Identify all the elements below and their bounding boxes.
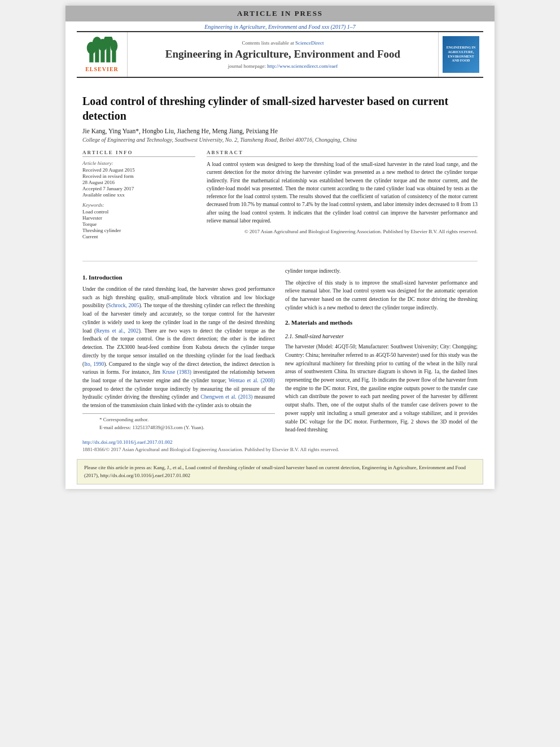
section2-sub1-title: 2.1. Small-sized harvester [285, 332, 478, 341]
homepage-url[interactable]: http://www.sciencedirect.com/eaef [267, 63, 338, 69]
accepted-line: Accepted 7 January 2017 [82, 186, 195, 191]
section1-objective: The objective of this study is to improv… [285, 279, 478, 312]
corresponding-note: * Corresponding author. [99, 416, 258, 424]
section1-cont: cylinder torque indirectly. [285, 267, 478, 276]
abstract-paragraph: A load control system was designed to ke… [207, 160, 478, 225]
footnote-area: * Corresponding author. E-mail address: … [82, 413, 275, 435]
authors-line: Jie Kang, Ying Yuan*, Hongbo Liu, Jiache… [82, 128, 478, 134]
journal-homepage: journal homepage: http://www.sciencedire… [228, 63, 338, 69]
journal-ref-text: Engineering in Agriculture, Environment … [204, 24, 356, 30]
citation-text: Please cite this article in press as: Ka… [84, 465, 466, 478]
svg-rect-4 [112, 51, 116, 62]
journal-reference: Engineering in Agriculture, Environment … [65, 21, 495, 31]
article-in-press-banner: ARTICLE IN PRESS [65, 6, 495, 21]
issn-line: 1881-8366/© 2017 Asian Agricultural and … [65, 447, 495, 455]
keyword-2: Harvester [82, 215, 195, 221]
body-column-right: cylinder torque indirectly. The objectiv… [285, 267, 478, 438]
received-revised2-line: 28 August 2016 [82, 180, 195, 185]
affiliation: College of Engineering and Technology, S… [82, 137, 478, 143]
article-info-heading: ARTICLE INFO [82, 150, 195, 157]
ref-schrock[interactable]: Schrock, 2005 [108, 303, 139, 308]
elsevier-tree-icon [85, 37, 119, 65]
content-divider [82, 261, 478, 261]
keyword-5: Current [82, 234, 195, 239]
journal-center-info: Contents lists available at ScienceDirec… [128, 32, 438, 77]
authors-text: Jie Kang, Ying Yuan*, Hongbo Liu, Jiache… [82, 128, 278, 134]
email-line: E-mail address: 13251374839@163.com (Y. … [99, 424, 258, 432]
svg-rect-2 [100, 50, 104, 63]
received-revised-line: Received in revised form [82, 173, 195, 179]
elsevier-logo-section: ELSEVIER [77, 32, 128, 77]
sciencedirect-label: Contents lists available at [242, 40, 294, 46]
section1-para1: Under the condition of the rated threshi… [82, 285, 275, 410]
abstract-column: ABSTRACT A load control system was desig… [207, 150, 478, 244]
ref-wentao[interactable]: Wentao et al. (2008) [229, 378, 275, 383]
ref-kruse[interactable]: Kruse (1983) [162, 369, 191, 375]
doi-url[interactable]: http://dx.doi.org/10.1016/j.eaef.2017.01… [82, 439, 173, 445]
elsevier-label: ELSEVIER [85, 66, 119, 72]
received-line: Received 20 August 2015 [82, 167, 195, 173]
abstract-text: A load control system was designed to ke… [207, 160, 478, 236]
doi-line: http://dx.doi.org/10.1016/j.eaef.2017.01… [65, 438, 495, 447]
journal-logo-box: ENGINEERING IN AGRICULTURE, ENVIRONMENT … [443, 36, 479, 73]
journal-logo-right: ENGINEERING IN AGRICULTURE, ENVIRONMENT … [438, 32, 483, 77]
section2-para1: The harvester (Model: 4GQT-50; Manufactu… [285, 343, 478, 434]
page: ARTICLE IN PRESS Engineering in Agricult… [65, 6, 495, 489]
citation-bar: Please cite this article in press as: Ka… [77, 459, 483, 484]
keywords-group: Keywords: Load control Harvester Torque … [82, 202, 195, 239]
copyright-line: © 2017 Asian Agricultural and Biological… [207, 228, 478, 236]
elsevier-logo: ELSEVIER [85, 37, 119, 72]
article-info-column: ARTICLE INFO Article history: Received 2… [82, 150, 195, 244]
body-column-left: 1. Introduction Under the condition of t… [82, 267, 275, 438]
email-address[interactable]: 13251374839@163.com [132, 425, 182, 430]
ref-ito[interactable]: Ito, 1990 [84, 361, 104, 367]
ref-reyns[interactable]: Reyns et al., 2002 [96, 328, 138, 334]
keyword-1: Load control [82, 209, 195, 215]
article-history-group: Article history: Received 20 August 2015… [82, 160, 195, 198]
section1-title: 1. Introduction [82, 273, 275, 282]
keyword-4: Threshing cylinder [82, 228, 195, 233]
svg-point-9 [110, 40, 117, 52]
email-label: E-mail address: [99, 425, 131, 430]
keyword-3: Torque [82, 221, 195, 227]
body-content: 1. Introduction Under the condition of t… [65, 267, 495, 438]
abstract-heading: ABSTRACT [207, 150, 478, 157]
article-content: Load control of threshing cylinder of sm… [65, 78, 495, 255]
sciencedirect-line: Contents lists available at ScienceDirec… [242, 40, 324, 46]
section2-title: 2. Materials and methods [285, 318, 478, 327]
article-title: Load control of threshing cylinder of sm… [82, 94, 478, 123]
ref-chengwen[interactable]: Chengwen et al. (2013) [200, 394, 252, 400]
email-suffix: (Y. Yuan). [184, 425, 204, 430]
journal-header: ELSEVIER Contents lists available at Sci… [77, 31, 483, 78]
available-line: Available online xxx [82, 192, 195, 198]
keywords-label: Keywords: [82, 202, 195, 208]
homepage-label: journal homepage: [228, 63, 266, 69]
history-label: Article history: [82, 160, 195, 166]
info-abstract-section: ARTICLE INFO Article history: Received 2… [82, 150, 478, 244]
journal-title: Engineering in Agriculture, Environment … [165, 48, 400, 61]
banner-text: ARTICLE IN PRESS [237, 9, 323, 18]
journal-logo-text: ENGINEERING IN AGRICULTURE, ENVIRONMENT … [447, 46, 476, 63]
sciencedirect-link[interactable]: ScienceDirect [295, 40, 323, 46]
